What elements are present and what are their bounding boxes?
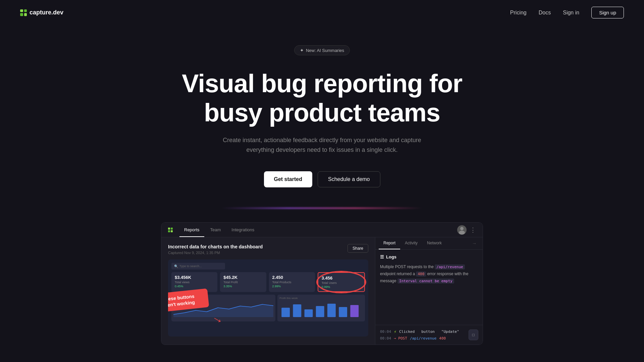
report-meta: Captured Nov 9, 2024, 1:35 PM [168,251,368,255]
action-status: 400 [439,336,446,341]
more-options-icon[interactable]: ⋮ [470,226,476,234]
app-content: Incorrect data for charts on the dashboa… [161,237,483,345]
navbar: capture.dev Pricing Docs Sign in Sign up [0,0,644,25]
screenshot-area: These buttons aren't working 🔍 Type to s… [168,259,368,337]
nav-links: Pricing Docs Sign in Sign up [510,7,624,18]
report-title: Incorrect data for charts on the dashboa… [168,244,368,249]
tab-integrations[interactable]: Integrations [227,225,259,234]
badge-text: New: AI Summaries [306,48,344,53]
svg-rect-7 [339,307,347,317]
logs-text-part2: endpoint returned a [380,272,416,276]
action-time-2: 00:04 [380,336,391,341]
app-tabs: Reports Team Integrations [179,225,259,234]
action-log-section: 00:04 ⚡ Clicked button "Update" 00:04 → … [375,325,483,345]
panel-tabs: Report Activity Network → [375,237,483,250]
nav-pricing[interactable]: Pricing [510,10,527,16]
logs-content: Multiple POST requests to the /api/reven… [380,263,478,284]
signup-button[interactable]: Sign up [591,7,624,18]
logs-code-endpoint: /api/revenue [435,264,465,269]
panel-tab-activity[interactable]: Activity [400,237,422,249]
svg-point-0 [460,227,464,230]
bar-chart-svg [279,301,363,317]
action-path: /api/revenue [410,336,436,341]
stat-total-views: $3.456K Total views 0.45% [171,272,217,292]
hero-subtext: Create instant, actionable feedback dire… [221,135,423,155]
feedback-button[interactable]: □ [469,329,478,340]
panel-tab-network[interactable]: Network [422,237,446,249]
avatar [457,225,467,235]
glow-divider [221,207,423,209]
mini-search-bar: 🔍 Type to search... [171,263,225,269]
svg-rect-3 [293,304,302,317]
bar-chart-label: Profit this week [279,297,363,300]
action-time-1: 00:04 [380,329,391,334]
action-method: → POST [394,336,407,341]
tab-reports[interactable]: Reports [179,225,204,234]
svg-rect-5 [316,306,324,317]
svg-rect-2 [282,308,290,317]
tab-team[interactable]: Team [206,225,226,234]
app-logo-small [168,228,173,232]
logo[interactable]: capture.dev [20,9,63,16]
search-placeholder: Type to search... [179,264,202,268]
app-window: Reports Team Integrations ⋮ Incorrect da… [161,222,483,345]
hero-buttons: Get started Schedule a demo [13,171,631,187]
get-started-button[interactable]: Get started [264,171,312,187]
panel-tab-report[interactable]: Report [379,237,400,249]
svg-rect-6 [327,304,336,317]
app-left-panel: Incorrect data for charts on the dashboa… [161,237,375,345]
logs-title: ☰ Logs [380,254,478,259]
ai-badge[interactable]: ✦ New: AI Summaries [294,45,350,55]
action-log-row-1: 00:04 ⚡ Clicked button "Update" [380,329,478,334]
stat-total-profit: $45.2K Total Profit 3.35% [220,272,266,292]
app-right-panel: Report Activity Network → ☰ Logs Multipl… [375,237,483,345]
logs-code-message: Interval cannot be empty [397,279,454,284]
svg-rect-4 [305,309,313,317]
panel-expand-icon[interactable]: → [469,237,479,249]
app-topbar-left: Reports Team Integrations [168,225,259,234]
hero-headline-line2: busy product teams [204,98,440,127]
circle-annotation [316,271,366,293]
hero-section: ✦ New: AI Summaries Visual bug reporting… [0,25,644,222]
logs-text-part1: Multiple POST requests to the [380,264,435,269]
hero-headline-line1: Visual bug reporting for [182,69,462,98]
mini-bar-chart: Profit this week [277,295,365,321]
share-button[interactable]: Share [347,244,368,253]
logs-icon: ☰ [380,254,384,259]
svg-point-1 [459,231,465,235]
action-text-1: Clicked button "Update" [399,329,459,334]
logo-text: capture.dev [30,9,63,16]
feedback-icon: □ [472,333,475,337]
search-icon: 🔍 [174,264,178,268]
schedule-demo-button[interactable]: Schedule a demo [318,171,380,187]
app-topbar-right: ⋮ [457,225,476,235]
stat-total-products: 2.450 Total Products 2.99% [269,272,315,292]
hero-headline: Visual bug reporting for busy product te… [171,69,473,127]
action-icon-1: ⚡ [394,329,396,334]
app-topbar: Reports Team Integrations ⋮ [161,223,483,237]
nav-signin[interactable]: Sign in [563,10,579,16]
logs-code-status: 400 [416,272,426,277]
nav-docs[interactable]: Docs [539,10,551,16]
stat-total-users: 3.456 Total Users 0.99% [318,272,365,292]
app-preview: Reports Team Integrations ⋮ Incorrect da… [161,222,483,345]
action-log-row-2: 00:04 → POST /api/revenue 400 [380,336,478,341]
logo-icon [20,9,27,16]
star-icon: ✦ [300,48,304,53]
logs-section: ☰ Logs Multiple POST requests to the /ap… [375,250,483,325]
svg-rect-8 [351,305,359,317]
